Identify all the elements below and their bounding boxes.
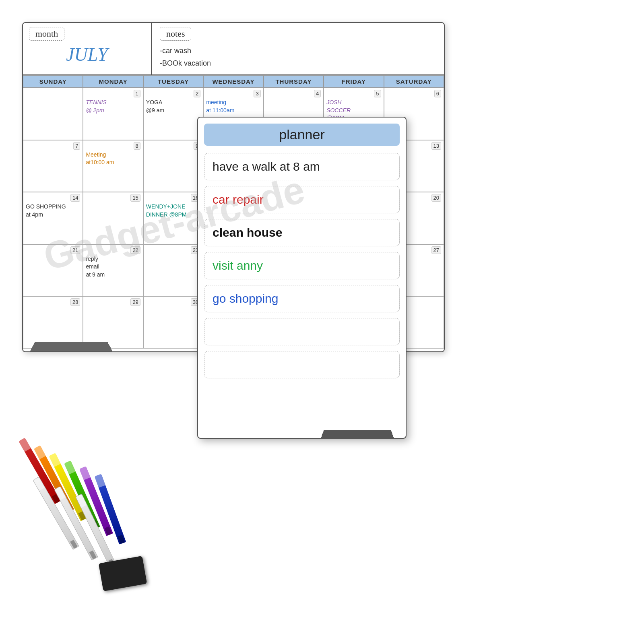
markers-area (12, 483, 181, 612)
planner-item-text: car repair (213, 193, 264, 206)
planner-item-text: clean house (213, 226, 282, 239)
cell-num: 7 (73, 142, 80, 150)
planner-item-text: go shopping (213, 292, 278, 305)
day-sunday: SUNDAY (23, 75, 83, 88)
cell-num: 29 (130, 298, 140, 306)
cell-entry: TENNIS@ 2pm (86, 99, 140, 114)
marker-tip (105, 526, 112, 536)
table-row: 14 GO SHOPPINGat 4pm (23, 192, 83, 244)
cell-entry: Meetingat10:00 am (86, 151, 140, 167)
calendar-header: month JULY notes -car wash -BOOk vacatio… (23, 23, 444, 75)
list-item: clean house (204, 219, 400, 246)
month-box: month JULY (23, 23, 152, 74)
table-row: 1 TENNIS@ 2pm (83, 88, 143, 140)
cell-num: 5 (374, 90, 381, 97)
day-tuesday: TUESDAY (143, 75, 203, 88)
planner-sheet: planner have a walk at 8 am car repair c… (197, 117, 407, 439)
cell-entry: meetingat 11:00am (206, 99, 260, 114)
table-row: 29 (83, 296, 143, 349)
days-header: SUNDAY MONDAY TUESDAY WEDNESDAY THURSDAY… (23, 75, 444, 88)
cell-entry: GO SHOPPINGat 4pm (26, 203, 80, 219)
cell-num: 27 (431, 246, 441, 254)
table-row: 21 (23, 244, 83, 297)
calendar-curl (26, 342, 116, 352)
cell-num: 4 (314, 90, 321, 97)
day-friday: FRIDAY (324, 75, 384, 88)
cell-num: 3 (254, 90, 260, 97)
cell-num: 6 (434, 90, 441, 97)
cell-num: 28 (70, 298, 80, 306)
cell-entry: YOGA@9 am (146, 99, 200, 114)
cell-num: 14 (70, 194, 80, 202)
cell-num: 13 (431, 142, 441, 150)
marker-tip (70, 540, 78, 549)
list-item: car repair (204, 186, 400, 213)
list-item (204, 351, 400, 378)
notes-line2: -BOOk vacation (160, 57, 436, 70)
list-item (204, 318, 400, 345)
day-wednesday: WEDNESDAY (203, 75, 263, 88)
table-row: 28 (23, 296, 83, 349)
cell-num: 15 (130, 194, 140, 202)
table-row: 8 Meetingat10:00 am (83, 140, 143, 192)
cell-num: 8 (134, 142, 140, 150)
cell-num: 1 (134, 90, 140, 97)
day-thursday: THURSDAY (264, 75, 324, 88)
table-row: 9 (143, 140, 203, 192)
cell-num: 22 (130, 246, 140, 254)
notes-line1: -car wash (160, 45, 436, 57)
list-item: go shopping (204, 285, 400, 312)
planner-title: planner (204, 124, 400, 146)
marker-tip (89, 550, 97, 559)
cell-num: 21 (70, 246, 80, 254)
table-row: 22 replyemailat 9 am (83, 244, 143, 297)
month-value: JULY (66, 44, 108, 65)
day-saturday: SATURDAY (384, 75, 444, 88)
list-item: visit anny (204, 252, 400, 279)
cell-entry: replyemailat 9 am (86, 255, 140, 279)
marker-tip (118, 535, 125, 544)
planner-item-text (213, 358, 216, 372)
table-row (23, 88, 83, 140)
table-row: 7 (23, 140, 83, 192)
planner-item-text: visit anny (213, 259, 263, 272)
planner-item-text (213, 325, 216, 339)
month-label: month (29, 27, 64, 41)
cell-num: 20 (431, 194, 441, 202)
day-monday: MONDAY (83, 75, 143, 88)
table-row: 15 (83, 192, 143, 244)
cell-entry: WENDY+JONEDINNER @8PM (146, 203, 200, 219)
cell-num: 2 (194, 90, 200, 97)
notes-box: notes -car wash -BOOk vacation (152, 23, 444, 74)
table-row: 2 YOGA@9 am (143, 88, 203, 140)
notes-label: notes (160, 27, 191, 41)
list-item: have a walk at 8 am (204, 153, 400, 180)
table-row: 23 (143, 244, 203, 297)
table-row: 16 WENDY+JONEDINNER @8PM (143, 192, 203, 244)
planner-item-text: have a walk at 8 am (213, 160, 320, 173)
table-row: 30 (143, 296, 203, 349)
notes-content: -car wash -BOOk vacation (160, 45, 436, 69)
planner-curl (318, 430, 397, 439)
